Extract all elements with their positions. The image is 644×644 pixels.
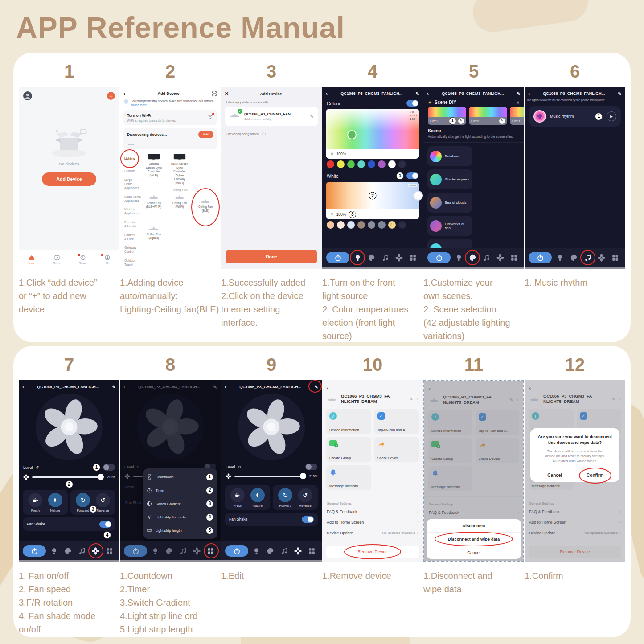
category-item[interactable]: Outdoor Travel [124,259,141,267]
cct-picker[interactable]: 100% 2 [326,182,419,209]
scene-fireworks-at-sea[interactable]: Fireworks at sea [427,216,472,236]
back-icon[interactable]: ‹ [327,385,328,391]
swatch[interactable] [368,160,375,168]
swatch[interactable] [368,221,375,229]
avatar[interactable] [23,91,32,100]
slider-knob[interactable] [300,473,306,479]
scene-glacier-express[interactable]: Glacier express [427,169,472,189]
scene-tab[interactable] [62,545,74,557]
disconnect-option[interactable]: Disconnect [427,519,521,532]
power-button[interactable] [124,545,147,557]
close-icon[interactable]: ✕ [225,91,229,97]
back-icon[interactable]: ‹ [326,91,328,96]
fresh-mode-button[interactable]: Fresh [28,493,42,513]
reverse-button[interactable]: ↺Reverse [298,488,312,508]
category-item[interactable]: Exercise & Health [124,221,141,229]
light-tab[interactable] [554,252,566,263]
tile-create-group[interactable]: +Create Group [326,437,371,462]
diy-card-3[interactable]: DIY3 [510,107,524,125]
fresh-mode-button[interactable]: Fresh [230,488,245,508]
slider-knob[interactable] [98,474,104,480]
category-item[interactable]: Gateway Control [124,246,141,254]
device-type[interactable]: Camera Screen Sync Controller (Wi-Fi) [141,153,166,185]
edit-pencil-icon[interactable]: ✎ [458,118,464,124]
music-tab[interactable] [177,545,189,557]
add-plus-button[interactable]: + [107,92,115,100]
dialog-confirm-button[interactable]: Confirm [575,468,615,482]
device-type[interactable]: Ceiling Fan (BLE+Wi-Fi) [141,194,166,220]
music-tab[interactable] [481,252,492,263]
fan-tab[interactable] [495,252,506,263]
swatch[interactable] [357,160,365,168]
category-item[interactable]: Small Home Appliances [124,195,141,203]
disconnect-wipe-option[interactable]: Disconnect and wipe data [427,532,521,546]
fan-speed-slider[interactable] [234,473,306,479]
back-icon[interactable]: ‹ [123,91,125,96]
row-device-update[interactable]: Device UpdateNo updates available› [322,528,423,538]
more-tab[interactable] [509,252,520,263]
more-tab[interactable] [306,545,318,557]
more-tab[interactable] [610,252,621,263]
fan-tab[interactable] [596,252,607,263]
menu-item-timer[interactable]: Timer2 [143,484,217,497]
menu-item-light-strip-line-order[interactable]: Light strip line order4 [143,510,217,524]
back-icon[interactable]: ‹ [427,91,429,96]
fan-tab[interactable] [191,545,203,557]
tile-message-notification[interactable]: Message notificati... [326,465,371,490]
cancel-option[interactable]: Cancel [427,546,521,559]
add-device-button[interactable]: Add Device [42,172,96,186]
tile-device-information[interactable]: iDevice Information [326,409,371,434]
light-tab[interactable] [352,252,363,263]
music-tab[interactable] [279,545,290,557]
edit-pencil-icon[interactable]: ✎ [310,114,314,119]
swatch[interactable] [378,160,386,168]
scene-tab[interactable] [264,545,276,557]
light-tab[interactable] [48,545,60,557]
back-icon[interactable]: ‹ [225,384,226,390]
scene-sea-of-clouds[interactable]: Sea of clouds [427,193,472,213]
device-type[interactable]: Ceiling Fan (Wi-Fi) [167,194,192,220]
category-item[interactable]: Sensors [124,169,141,173]
level-toggle[interactable] [305,464,317,470]
nature-mode-button[interactable]: Nature [48,493,62,513]
nav-home[interactable]: Home [28,254,35,265]
more-tab[interactable] [407,252,419,263]
diy-card-2[interactable]: DIY2 ✎ [469,107,507,125]
tile-share-device[interactable]: Share Device [374,437,419,462]
music-tab[interactable] [380,252,391,263]
done-button[interactable]: Done [226,250,317,263]
back-icon[interactable]: ‹ [528,91,530,96]
edit-pencil-icon[interactable]: ✎ [410,397,413,402]
device-type[interactable]: HDMI Screen Sync Controller Zigbee Gatew… [167,153,192,185]
power-button[interactable] [427,252,451,263]
edit-pencil-icon[interactable]: ✎ [416,91,419,96]
loop-icon[interactable]: ↺ [36,465,39,470]
light-tab[interactable] [149,545,161,557]
nav-me[interactable]: Me [104,254,111,265]
chevron-down-icon[interactable]: ∨ [517,100,520,105]
scene-tab[interactable] [467,252,478,263]
power-button[interactable] [23,545,46,557]
cct-slider-knob[interactable] [413,191,423,201]
category-item[interactable]: Large Home Appliances [124,178,141,190]
light-tab[interactable] [453,252,464,263]
swatch[interactable] [388,160,396,168]
diy-card-1[interactable]: DIY1 1 ✎ [428,107,466,125]
edit-pencil-icon[interactable]: ✎ [618,91,622,96]
moon-swatch[interactable]: ☾ [388,221,396,229]
swatch[interactable] [357,221,365,229]
edit-pencil-icon[interactable]: ✎ [499,118,505,124]
more-tab[interactable] [205,545,217,557]
chevron-right-icon[interactable]: › [417,396,418,402]
swatch[interactable] [347,160,355,168]
add-swatch-button[interactable]: + [398,221,406,229]
power-button[interactable] [225,545,248,557]
fan-speed-slider[interactable] [32,474,104,480]
pairing-mode-link[interactable]: pairing mode. [131,103,148,107]
menu-item-light-strip-length[interactable]: Light strip length5 [143,524,217,537]
white-toggle[interactable] [406,172,418,179]
tile-tap-to-run[interactable]: ✓Tap-to-Run and A... [374,409,419,434]
scene-tab[interactable] [163,545,175,557]
loop-icon[interactable]: ↺ [238,465,242,469]
category-lighting[interactable]: Lighting [124,153,135,164]
